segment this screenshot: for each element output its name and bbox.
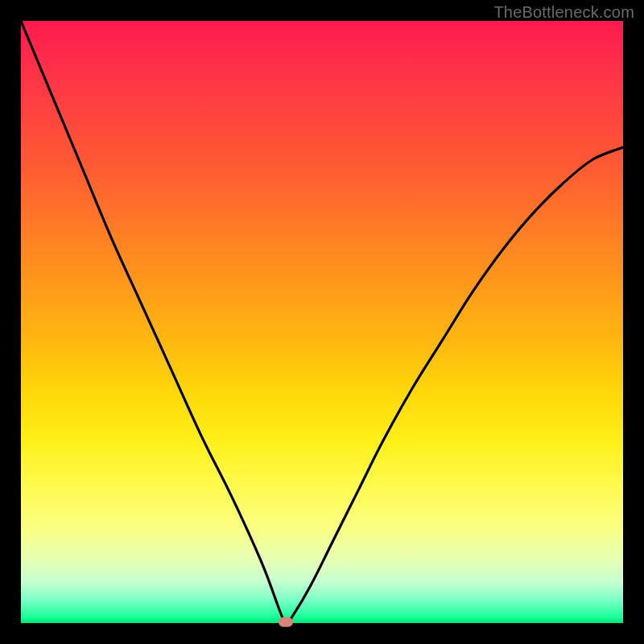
- plot-area: [21, 21, 623, 623]
- min-marker: [279, 617, 293, 627]
- chart-frame: TheBottleneck.com: [0, 0, 644, 644]
- watermark-text: TheBottleneck.com: [493, 3, 634, 22]
- curve-path: [21, 21, 623, 623]
- bottleneck-curve: [21, 21, 623, 623]
